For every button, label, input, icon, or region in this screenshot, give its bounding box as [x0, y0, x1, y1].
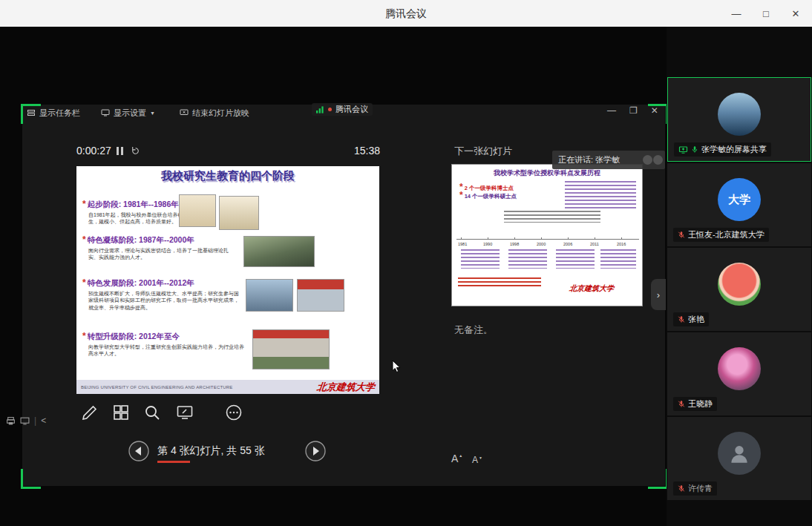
speaker-notes: 无备注。 [454, 323, 493, 337]
next-slide-text-lines [461, 249, 500, 269]
presenter-restore-button[interactable]: ❐ [629, 105, 638, 116]
stage-heading: *转型升级阶段: 2012年至今 [82, 331, 180, 342]
stage-body: 招生规模不断扩大，导师队伍规模壮大、水平提高；研究生参与国家级科研项目和实际工程… [88, 290, 240, 311]
minimize-button[interactable]: — [730, 8, 742, 19]
end-slideshow-button[interactable]: 结束幻灯片放映 [180, 107, 249, 119]
participant-name: 王晓静 [688, 398, 713, 410]
magnifier-icon [143, 404, 161, 421]
participant-label: 张艳 [673, 312, 709, 326]
participant-name: 张学敏的屏幕共享 [701, 144, 767, 155]
screenshare-icon [678, 145, 688, 154]
next-slide-signature: 北京建筑大学 [569, 283, 614, 294]
divider: | [34, 415, 36, 426]
stage-heading: *起步阶段: 1981年--1986年 [82, 199, 179, 210]
window-title: 腾讯会议 [0, 0, 812, 27]
meeting-float-bar[interactable]: 腾讯会议 [312, 103, 373, 116]
next-slide-text-lines [508, 249, 547, 269]
next-slide-text-lines [458, 277, 541, 288]
participant-name: 许传青 [688, 483, 713, 494]
timer-pause-button[interactable] [117, 147, 123, 155]
previous-arrow-icon [128, 440, 150, 462]
signal-icon [316, 106, 324, 114]
decrease-font-button[interactable]: A▼ [472, 455, 482, 465]
collapse-chevron-icon[interactable]: < [41, 415, 46, 426]
pause-icon [117, 147, 119, 155]
next-slide-text-lines [504, 211, 600, 223]
mic-muted-icon [678, 231, 685, 239]
see-all-slides-button[interactable] [110, 401, 132, 424]
printer-icon[interactable] [6, 416, 16, 426]
slideshow-timer: 0:00:27 [76, 145, 111, 157]
bullet-star-icon: * [82, 199, 86, 209]
participant-tile[interactable]: 大学 王恒友-北京建筑大学 [667, 163, 811, 246]
slide-stage-photo [252, 329, 330, 369]
presenter-minimize-button[interactable]: — [607, 105, 616, 116]
presenter-window-controls: — ❐ ✕ [607, 105, 658, 116]
restart-icon [131, 146, 140, 156]
next-slide-text-lines [565, 181, 636, 209]
next-slide-label: 下一张幻灯片 [454, 145, 512, 158]
show-taskbar-button[interactable]: 显示任务栏 [27, 107, 80, 119]
speaking-toast: 正在讲话: 张学敏 [552, 151, 665, 169]
stage-heading: *特色凝练阶段: 1987年--2000年 [82, 234, 194, 246]
show-taskbar-label: 显示任务栏 [39, 108, 80, 119]
mic-muted-icon [678, 484, 685, 493]
pen-tool-button[interactable] [79, 401, 101, 424]
slide-stage-photo [246, 279, 293, 312]
speaking-toast-text: 正在讲话: 张学敏 [558, 154, 620, 165]
slide-title: 我校研究生教育的四个阶段 [76, 169, 379, 183]
participant-tile[interactable]: 许传青 [667, 417, 811, 500]
increase-font-button[interactable]: A▲ [451, 453, 462, 464]
stage-heading: *特色发展阶段: 2001年--2012年 [82, 277, 194, 289]
end-slideshow-label: 结束幻灯片放映 [192, 108, 249, 119]
participant-label: 王晓静 [673, 397, 717, 411]
slide-footer: BEIJING UNIVERSITY OF CIVIL ENGINEERING … [76, 380, 379, 394]
zoom-slide-button[interactable] [141, 401, 163, 424]
maximize-button[interactable]: □ [760, 8, 772, 19]
avatar [718, 347, 761, 390]
display-settings-button[interactable]: 显示设置 ▼ [101, 107, 155, 119]
participant-tile-sharing[interactable]: 张学敏的屏幕共享 [667, 77, 811, 162]
display-pen-icon [176, 404, 194, 421]
mic-on-icon [691, 145, 698, 154]
slide-thumbnails-icon [112, 404, 130, 421]
expand-panel-tab[interactable]: › [651, 279, 666, 310]
pen-icon [81, 404, 99, 421]
avatar [718, 93, 761, 136]
taskbar-icon [27, 108, 36, 117]
slide-footer-en: BEIJING UNIVERSITY OF CIVIL ENGINEERING … [81, 385, 233, 389]
more-options-button[interactable] [223, 401, 245, 424]
black-screen-button[interactable] [174, 401, 196, 424]
display-settings-label: 显示设置 [114, 108, 146, 119]
slide-counter: 第 4 张幻灯片, 共 55 张 [157, 444, 265, 458]
participant-label: 张学敏的屏幕共享 [674, 142, 771, 157]
presenter-close-button[interactable]: ✕ [651, 105, 658, 116]
toast-decor-icon [643, 155, 652, 165]
chevron-right-icon: › [657, 289, 660, 300]
next-slide-title: 我校学术型学位授权学科点发展历程 [452, 168, 642, 178]
slide-stage-photo [243, 236, 315, 267]
participant-name: 王恒友-北京建筑大学 [688, 229, 764, 240]
close-button[interactable]: ✕ [790, 8, 802, 19]
participant-name: 张艳 [688, 314, 704, 325]
next-slide-bullet: *14 个一级学科硕士点 [459, 190, 517, 200]
slide-stage-photo [219, 196, 259, 230]
avatar: 大学 [718, 178, 761, 221]
participant-tile[interactable]: 王晓静 [667, 332, 811, 415]
participant-label: 许传青 [673, 481, 717, 496]
previous-slide-button[interactable] [128, 440, 150, 462]
current-slide: 我校研究生教育的四个阶段 *起步阶段: 1981年--1986年 自1981年起… [76, 166, 379, 394]
next-slide-text-lines [556, 249, 595, 269]
avatar [718, 263, 761, 306]
next-slide-thumbnail[interactable]: 我校学术型学位授权学科点发展历程 *2 个一级学科博士点 *14 个一级学科硕士… [451, 164, 643, 306]
share-border-corner-bl [21, 469, 41, 489]
next-slide-text-lines [600, 249, 636, 269]
next-slide-button[interactable] [304, 440, 327, 462]
slide-stage-photo [179, 194, 216, 227]
clock-time: 15:38 [354, 145, 380, 157]
stage-body: 向教学研究型大学转型，注重研究生创新实践能力培养，为行业培养高水平人才。 [88, 343, 244, 358]
timer-restart-button[interactable] [131, 145, 140, 159]
window-titlebar: 腾讯会议 — □ ✕ [0, 0, 812, 27]
monitor-icon[interactable] [20, 416, 30, 426]
participant-tile[interactable]: 张艳 [667, 248, 811, 331]
